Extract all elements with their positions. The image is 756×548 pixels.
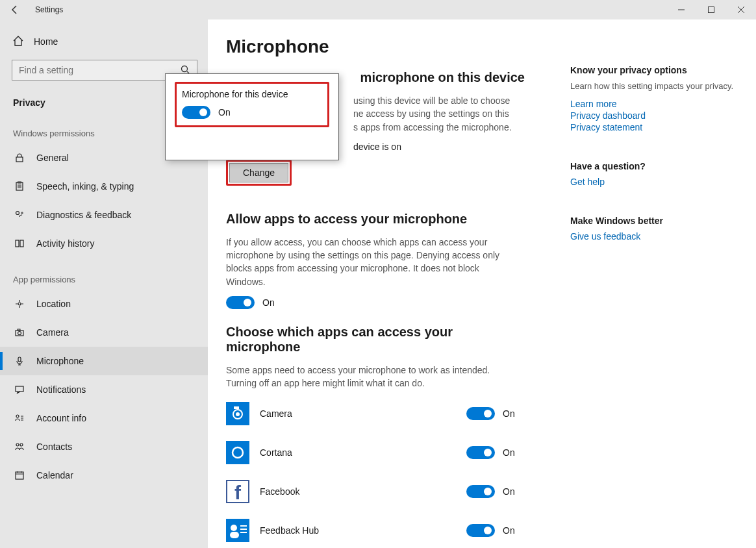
app-toggle-label: On [503, 486, 515, 497]
app-row-facebook-app: fFacebookOn [226, 476, 738, 507]
svg-rect-23 [226, 441, 249, 464]
home-nav[interactable]: Home [0, 27, 208, 56]
window-controls [666, 0, 756, 19]
title-bar: Settings [0, 0, 756, 19]
maximize-icon [707, 6, 715, 14]
sidebar-item-label: Calendar [36, 470, 73, 480]
privacy-options-desc: Learn how this setting impacts your priv… [570, 81, 738, 92]
svg-rect-18 [16, 472, 23, 479]
svg-point-6 [21, 212, 23, 214]
app-toggle-facebook-app[interactable] [466, 485, 495, 498]
svg-rect-12 [18, 329, 20, 330]
sidebar-item-account[interactable]: Account info [0, 404, 208, 432]
link-get-help[interactable]: Get help [570, 177, 738, 187]
svg-rect-2 [16, 157, 23, 162]
app-toggle-cortana-app[interactable] [466, 446, 495, 459]
sidebar-item-label: General [36, 153, 69, 163]
link-privacy-statement[interactable]: Privacy statement [570, 122, 738, 132]
privacy-options-title: Know your privacy options [570, 65, 738, 75]
app-toggle-label: On [503, 525, 515, 536]
svg-point-1 [182, 66, 188, 72]
account-icon [13, 413, 26, 423]
svg-rect-0 [709, 7, 714, 13]
home-icon [12, 35, 25, 49]
notifications-icon [13, 384, 26, 395]
change-button[interactable]: Change [229, 163, 288, 182]
sidebar-item-location[interactable]: Location [0, 290, 208, 318]
sidebar-item-label: Camera [36, 327, 69, 338]
window-title: Settings [30, 5, 63, 14]
app-row-feedback-app: Feedback HubOn [226, 515, 738, 546]
close-button[interactable] [726, 0, 756, 19]
back-arrow-icon [10, 5, 20, 15]
app-name-label: Cortana [260, 447, 455, 458]
app-toggle-camera-app[interactable] [466, 407, 495, 420]
svg-text:f: f [234, 482, 242, 503]
link-give-feedback[interactable]: Give us feedback [570, 231, 738, 242]
sidebar-item-contacts[interactable]: Contacts [0, 432, 208, 461]
app-toggle-label: On [503, 408, 515, 419]
link-learn-more[interactable]: Learn more [570, 99, 738, 109]
change-button-highlight: Change [226, 160, 292, 186]
contacts-icon [13, 442, 26, 452]
feedback-icon [13, 210, 26, 220]
sidebar-item-microphone[interactable]: Microphone [0, 347, 208, 375]
feedback-app-icon [226, 519, 249, 542]
apps-access-heading: Allow apps to access your microphone [226, 212, 525, 227]
flyout-title: Microphone for this device [182, 89, 322, 99]
calendar-icon [13, 470, 26, 480]
camera-icon [13, 327, 26, 338]
right-column: Know your privacy options Learn how this… [570, 65, 738, 270]
sidebar-item-label: Activity history [36, 238, 94, 249]
sidebar-item-camera[interactable]: Camera [0, 318, 208, 347]
back-button[interactable] [0, 0, 30, 19]
location-icon [13, 299, 26, 309]
close-icon [737, 6, 745, 14]
history-icon [13, 238, 26, 249]
maximize-button[interactable] [696, 0, 726, 19]
svg-rect-27 [226, 519, 249, 542]
svg-point-17 [20, 443, 23, 446]
choose-apps-heading: Choose which apps can access your microp… [226, 325, 525, 355]
svg-rect-13 [18, 357, 21, 362]
svg-rect-14 [16, 386, 23, 392]
feedback-title: Make Windows better [570, 216, 738, 226]
minimize-icon [677, 6, 685, 14]
sidebar-item-label: Account info [36, 413, 86, 423]
app-row-camera-app: CameraOn [226, 398, 738, 429]
svg-rect-32 [240, 532, 247, 533]
svg-point-21 [236, 412, 240, 416]
page-title: Microphone [226, 36, 738, 57]
lock-icon [13, 153, 26, 163]
app-name-label: Feedback Hub [260, 525, 455, 536]
section-app-permissions: App permissions [0, 258, 208, 290]
sidebar-item-label: Microphone [36, 356, 84, 366]
app-toggle-feedback-app[interactable] [466, 524, 495, 537]
sidebar-item-activity[interactable]: Activity history [0, 229, 208, 258]
svg-point-28 [231, 525, 237, 531]
app-list: CameraOnCortanaOnfFacebookOnFeedback Hub… [226, 398, 738, 546]
flyout-toggle[interactable] [182, 106, 210, 119]
minimize-button[interactable] [666, 0, 696, 19]
svg-rect-31 [240, 529, 247, 530]
sidebar-item-calendar[interactable]: Calendar [0, 461, 208, 490]
apps-access-desc: If you allow access, you can choose whic… [226, 236, 512, 288]
svg-rect-29 [230, 532, 239, 538]
link-privacy-dashboard[interactable]: Privacy dashboard [570, 110, 738, 121]
flyout-highlight: Microphone for this device On [175, 82, 329, 127]
sidebar-item-diagnostics[interactable]: Diagnostics & feedback [0, 201, 208, 229]
svg-point-11 [18, 332, 21, 335]
sidebar-item-speech[interactable]: Speech, inking, & typing [0, 172, 208, 201]
sidebar-item-label: Diagnostics & feedback [36, 210, 131, 220]
microphone-icon [13, 356, 26, 366]
app-row-cortana-app: CortanaOn [226, 437, 738, 468]
sidebar-item-notifications[interactable]: Notifications [0, 375, 208, 404]
svg-rect-22 [234, 406, 239, 409]
choose-apps-desc: Some apps need to access your microphone… [226, 364, 512, 390]
svg-point-16 [16, 443, 19, 446]
svg-rect-8 [20, 240, 23, 247]
sidebar-item-label: Location [36, 299, 71, 309]
apps-access-toggle[interactable] [226, 296, 255, 309]
question-title: Have a question? [570, 161, 738, 171]
svg-point-15 [16, 415, 19, 417]
